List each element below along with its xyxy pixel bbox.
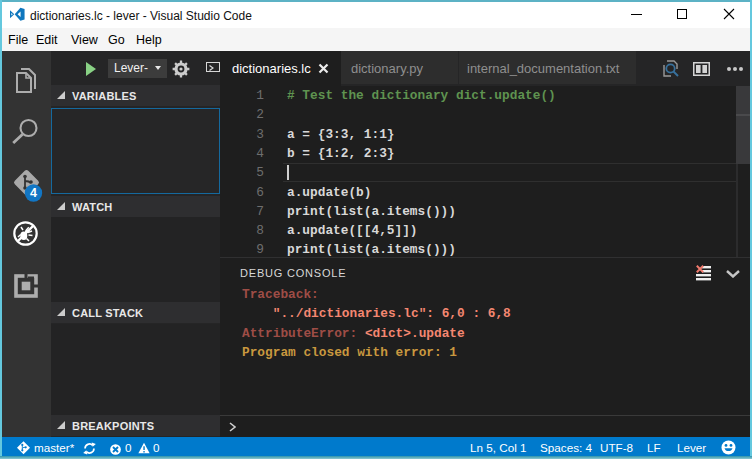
svg-text:4: 4 (30, 186, 37, 200)
